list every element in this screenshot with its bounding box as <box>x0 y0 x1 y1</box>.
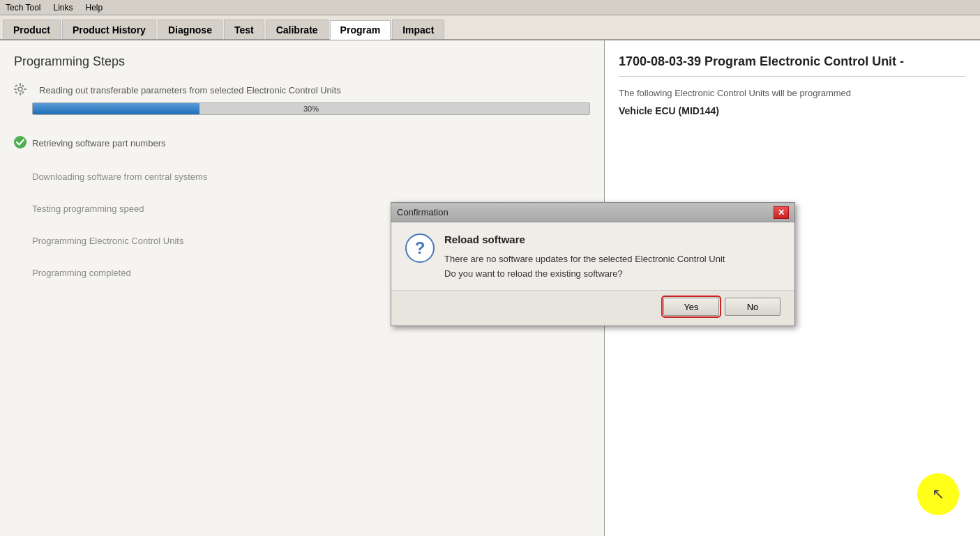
tab-calibrate[interactable]: Calibrate <box>266 20 329 39</box>
dialog-question-icon: ? <box>405 233 435 263</box>
step-pending-icon-4 <box>14 266 27 279</box>
step-pending-icon-3 <box>14 234 27 247</box>
step-test-speed-label: Testing programming speed <box>32 204 144 214</box>
right-panel-subtitle: The following Electronic Control Units w… <box>619 88 966 98</box>
menu-links[interactable]: Links <box>50 2 75 13</box>
svg-point-9 <box>14 136 27 148</box>
dialog-heading: Reload software <box>444 233 781 245</box>
step-read-params-label: Reading out transferable parameters from… <box>39 85 341 95</box>
right-panel-title: 1700-08-03-39 Program Electronic Control… <box>619 54 966 77</box>
right-panel-ecu: Vehicle ECU (MID144) <box>619 105 966 116</box>
step-complete-icon <box>14 136 27 151</box>
tab-product-history[interactable]: Product History <box>62 20 156 39</box>
step-in-progress-icon <box>14 83 28 97</box>
dialog-close-button[interactable]: ✕ <box>774 206 789 219</box>
svg-rect-1 <box>20 83 21 86</box>
cursor-arrow-icon: ↖ <box>932 485 944 503</box>
tab-diagnose[interactable]: Diagnose <box>158 20 223 39</box>
cursor-indicator: ↖ <box>917 473 959 515</box>
svg-rect-7 <box>22 84 24 87</box>
dialog-message: There are no software updates for the se… <box>444 254 781 264</box>
svg-rect-8 <box>15 91 17 94</box>
tab-product[interactable]: Product <box>3 20 61 39</box>
svg-point-0 <box>18 87 22 91</box>
svg-rect-6 <box>22 91 24 94</box>
dialog-content: Reload software There are no software up… <box>444 233 781 279</box>
confirmation-dialog: Confirmation ✕ ? Reload software There a… <box>391 202 795 326</box>
progress-bar-container: 30% <box>32 102 590 115</box>
dialog-titlebar: Confirmation ✕ <box>391 203 794 222</box>
dialog-body: ? Reload software There are no software … <box>391 222 794 290</box>
step-download-sw: Downloading software from central system… <box>14 170 590 183</box>
step-programming-complete-label: Programming completed <box>32 268 131 278</box>
nav-tabs: Product Product History Diagnose Test Ca… <box>0 15 980 40</box>
tab-impact[interactable]: Impact <box>392 20 444 39</box>
tab-test[interactable]: Test <box>224 20 264 39</box>
step-pending-icon-1 <box>14 170 27 183</box>
tab-program[interactable]: Program <box>330 20 391 40</box>
step-download-label: Downloading software from central system… <box>32 171 207 182</box>
dialog-title-text: Confirmation <box>397 207 448 217</box>
svg-rect-4 <box>24 89 27 90</box>
svg-rect-3 <box>14 89 17 90</box>
dialog-no-button[interactable]: No <box>725 298 781 316</box>
svg-rect-5 <box>15 84 17 87</box>
dialog-question: Do you want to reload the existing softw… <box>444 268 781 279</box>
step-read-params: Reading out transferable parameters from… <box>14 83 590 97</box>
menu-techtool[interactable]: Tech Tool <box>3 2 43 13</box>
dialog-yes-button[interactable]: Yes <box>663 298 719 316</box>
section-title: Programming Steps <box>14 54 590 69</box>
step-retrieve-parts-label: Retrieving software part numbers <box>32 138 165 148</box>
menu-help[interactable]: Help <box>83 2 106 13</box>
svg-rect-2 <box>20 93 21 95</box>
step-program-ecu-label: Programming Electronic Control Units <box>32 236 183 246</box>
progress-label: 30% <box>32 102 590 115</box>
top-menubar: Tech Tool Links Help <box>0 0 980 15</box>
dialog-footer: Yes No <box>391 290 794 326</box>
step-retrieve-parts: Retrieving software part numbers <box>14 136 590 151</box>
step-pending-icon-2 <box>14 202 27 215</box>
